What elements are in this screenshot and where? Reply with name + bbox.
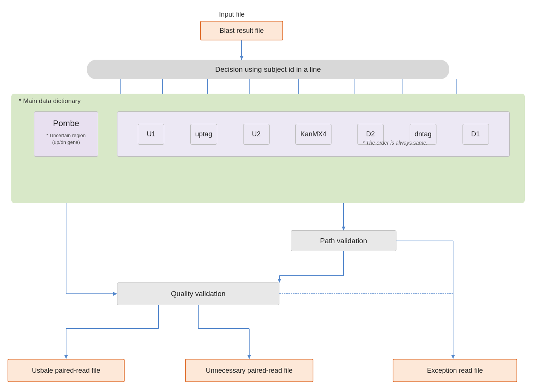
subject-box-uptag: uptag: [190, 124, 217, 145]
pombe-note: * Uncertain region(up/dn gene): [46, 132, 86, 146]
svg-marker-28: [278, 279, 281, 282]
subject-box-d1: D1: [463, 124, 489, 145]
blast-result-box: Blast result file: [200, 21, 283, 40]
decision-box: Decision using subject id in a line: [87, 60, 449, 79]
svg-marker-35: [64, 355, 68, 359]
path-validation-box: Path validation: [291, 230, 396, 251]
main-dict-label: * Main data dictionary: [19, 97, 80, 105]
output-unnecessary-box: Unnecessary paired-read file: [185, 359, 313, 382]
svg-marker-21: [342, 227, 345, 230]
svg-marker-31: [451, 355, 455, 359]
subject-boxes-container: U1 uptag U2 KanMX4 D2 dntag D1: [117, 111, 510, 157]
input-file-label: Input file: [219, 11, 245, 19]
subject-box-u2: U2: [243, 124, 270, 145]
diagram-container: Input file Blast result file Decision us…: [0, 0, 535, 392]
output-usable-box: Usbale paired-read file: [8, 359, 125, 382]
pombe-box: Pombe * Uncertain region(up/dn gene): [34, 111, 98, 157]
quality-validation-box: Quality validation: [117, 282, 279, 305]
subject-box-u1: U1: [138, 124, 164, 145]
pombe-title: Pombe: [53, 119, 79, 128]
order-note: * The order is always same.: [362, 140, 428, 146]
svg-marker-24: [113, 292, 117, 296]
subject-box-kanmx4: KanMX4: [295, 124, 331, 145]
output-exception-box: Exception read file: [393, 359, 517, 382]
svg-marker-39: [247, 355, 251, 359]
svg-marker-1: [240, 56, 244, 60]
